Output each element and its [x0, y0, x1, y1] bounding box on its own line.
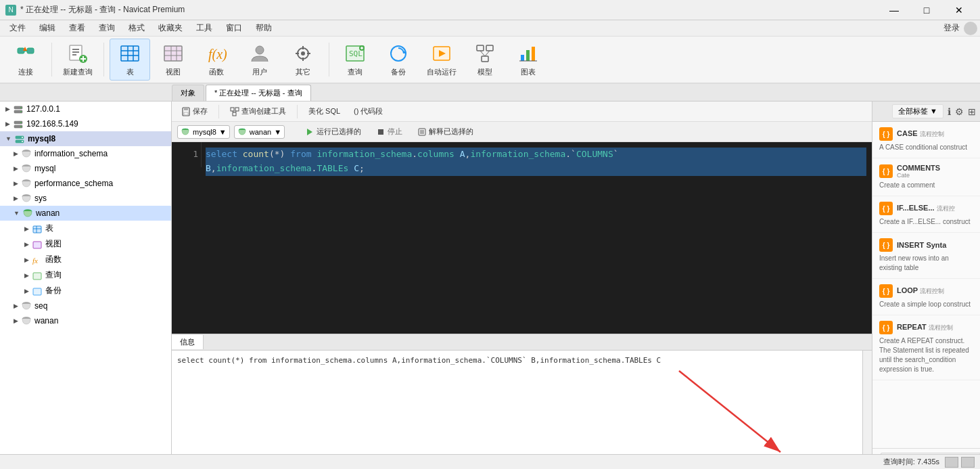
svg-text:fx: fx	[32, 256, 38, 265]
beautify-button[interactable]: 美化 SQL	[304, 105, 344, 118]
menu-query[interactable]: 查询	[92, 21, 122, 35]
toolbar-connect[interactable]: 连接	[5, 39, 46, 81]
expand-icon: ▶	[5, 106, 10, 112]
sidebar-item-tables[interactable]: ▶ 表	[0, 221, 171, 236]
snippet-comments[interactable]: { } COMMENTS Cate Create a comment	[872, 158, 980, 196]
menu-window[interactable]: 窗口	[219, 21, 249, 35]
query-icon: SQL	[344, 43, 366, 64]
menu-favorites[interactable]: 收藏夹	[151, 21, 189, 35]
sidebar-item-wanan-collapsed[interactable]: ▶ wanan	[0, 313, 171, 328]
toolbar-chart[interactable]: 图表	[508, 39, 549, 81]
snippet-insert[interactable]: { } INSERT Synta Insert new rows into an…	[872, 233, 980, 279]
sidebar-item-127[interactable]: ▶ 127.0.0.1	[0, 102, 171, 116]
status-layout-btn-1[interactable]	[945, 457, 958, 468]
sidebar-item-seq[interactable]: ▶ seq	[0, 298, 171, 313]
menu-help[interactable]: 帮助	[249, 21, 279, 35]
func-folder-icon: fx	[32, 254, 43, 265]
toolbar-other[interactable]: 其它	[283, 39, 323, 81]
info-icon-btn[interactable]: ℹ	[948, 106, 951, 117]
main-layout: ▶ 127.0.0.1 ▶ 192.168.5.149 ▼ mysql8 ▶ i…	[0, 102, 980, 469]
db-icon	[21, 148, 32, 159]
explain-label: 解释已选择的	[429, 127, 473, 137]
sidebar-item-192[interactable]: ▶ 192.168.5.149	[0, 116, 171, 131]
menu-edit[interactable]: 编辑	[32, 21, 62, 35]
toolbar-new-query[interactable]: 新建查询	[57, 39, 98, 81]
sidebar-item-sys[interactable]: ▶ sys	[0, 191, 171, 206]
snippet-button[interactable]: () 代码段	[350, 105, 387, 118]
tab-query[interactable]: * 正在处理 -- 无标题 - 查询	[206, 85, 311, 101]
menu-view[interactable]: 查看	[62, 21, 92, 35]
db-selector-1[interactable]: mysql8 ▼	[177, 125, 230, 139]
toolbar-query[interactable]: SQL 查询	[335, 39, 375, 81]
query-builder-button[interactable]: 查询创建工具	[226, 105, 290, 118]
login-button[interactable]: 登录	[943, 22, 960, 34]
info-schema-label: information_schema	[34, 149, 108, 158]
sidebar-item-mysql-db[interactable]: ▶ mysql	[0, 161, 171, 176]
expand-icon: ▶	[5, 120, 10, 127]
menu-file[interactable]: 文件	[3, 21, 32, 35]
snippet-loop-icon: { }	[879, 284, 893, 298]
seq-label: seq	[34, 301, 47, 311]
menu-format[interactable]: 格式	[122, 21, 151, 35]
sidebar-item-mysql8[interactable]: ▼ mysql8	[0, 131, 171, 146]
wanan-collapsed-label: wanan	[34, 316, 58, 326]
toolbar-backup[interactable]: 备份	[378, 39, 419, 81]
query-builder-icon	[230, 107, 239, 116]
snippet-loop-desc: Create a simple loop construct	[879, 300, 973, 309]
menu-tools[interactable]: 工具	[189, 21, 219, 35]
sidebar-item-info-schema[interactable]: ▶ information_schema	[0, 146, 171, 161]
maximize-button[interactable]: □	[911, 0, 942, 20]
save-icon	[181, 107, 191, 116]
snippet-loop[interactable]: { } LOOP 流程控制 Create a simple loop const…	[872, 279, 980, 315]
toolbar-user[interactable]: 用户	[239, 39, 280, 81]
toolbar-table[interactable]: 表	[110, 39, 150, 81]
snippet-ifelse-title: IF...ELSE... 流程控	[897, 204, 955, 213]
info-scrollbar[interactable]	[862, 351, 872, 469]
toolbar-autorun[interactable]: 自动运行	[421, 39, 462, 81]
user-avatar[interactable]	[964, 22, 977, 35]
tab-objects[interactable]: 对象	[172, 85, 204, 101]
info-panel: 信息 select count(*) from information_sche…	[172, 334, 872, 469]
server-icon	[13, 104, 24, 114]
snippet-ifelse[interactable]: { } IF...ELSE... 流程控 Create a IF...ELSE.…	[872, 196, 980, 233]
snippet-case-icon: { }	[879, 127, 893, 141]
toolbar-view[interactable]: 视图	[153, 39, 193, 81]
sidebar-item-backups[interactable]: ▶ 备份	[0, 283, 171, 298]
toolbar-divider-3	[329, 43, 329, 76]
sql-editor[interactable]: 1 select count(*) from information_schem…	[172, 142, 872, 334]
svg-rect-1	[27, 48, 34, 53]
snippet-case[interactable]: { } CASE 流程控制 A CASE conditional constru…	[872, 122, 980, 158]
settings-icon-btn[interactable]: ⚙	[955, 106, 964, 117]
sidebar-item-perf-schema[interactable]: ▶ performance_schema	[0, 176, 171, 191]
sidebar: ▶ 127.0.0.1 ▶ 192.168.5.149 ▼ mysql8 ▶ i…	[0, 102, 172, 469]
tag-selector[interactable]: 全部标签 ▼	[892, 104, 943, 118]
close-button[interactable]: ✕	[943, 0, 975, 20]
stop-button[interactable]: 停止	[371, 125, 408, 138]
tables-label: 表	[45, 223, 53, 234]
sidebar-item-wanan-expanded[interactable]: ▼ wanan	[0, 206, 171, 221]
save-button[interactable]: 保存	[177, 105, 212, 118]
sidebar-item-functions[interactable]: ▶ fx 函数	[0, 252, 171, 267]
views-label: 视图	[45, 238, 62, 250]
content-area: 保存 查询创建工具 美化 SQL () 代码段 mysql8 ▼	[172, 102, 872, 469]
sidebar-item-views[interactable]: ▶ 视图	[0, 236, 171, 252]
toolbar-function[interactable]: f(x) 函数	[196, 39, 237, 81]
sidebar-item-queries[interactable]: ▶ 查询	[0, 267, 171, 283]
arrow-annotation	[172, 351, 872, 469]
status-layout-btn-2[interactable]	[961, 457, 975, 468]
title-bar: N * 正在处理 -- 无标题 - 查询 - Navicat Premium —…	[0, 0, 980, 20]
db-icon	[21, 178, 32, 189]
run-selected-button[interactable]: 运行已选择的	[300, 125, 367, 138]
info-tab-info[interactable]: 信息	[172, 335, 204, 349]
db-selector-2[interactable]: wanan ▼	[234, 125, 285, 139]
sql-content[interactable]: select count(*) from information_schema.…	[172, 142, 872, 334]
user-label: 用户	[252, 67, 267, 77]
db-selector-2-icon	[237, 127, 247, 137]
svg-rect-84	[378, 129, 383, 135]
snippet-repeat[interactable]: { } REPEAT 流程控制 Create A REPEAT construc…	[872, 315, 980, 380]
toolbar-model[interactable]: 模型	[465, 39, 505, 81]
layout-icon-btn[interactable]: ⊞	[968, 106, 976, 117]
minimize-button[interactable]: —	[879, 0, 910, 20]
qt-divider-2	[297, 105, 298, 118]
explain-button[interactable]: 解释已选择的	[412, 125, 479, 138]
